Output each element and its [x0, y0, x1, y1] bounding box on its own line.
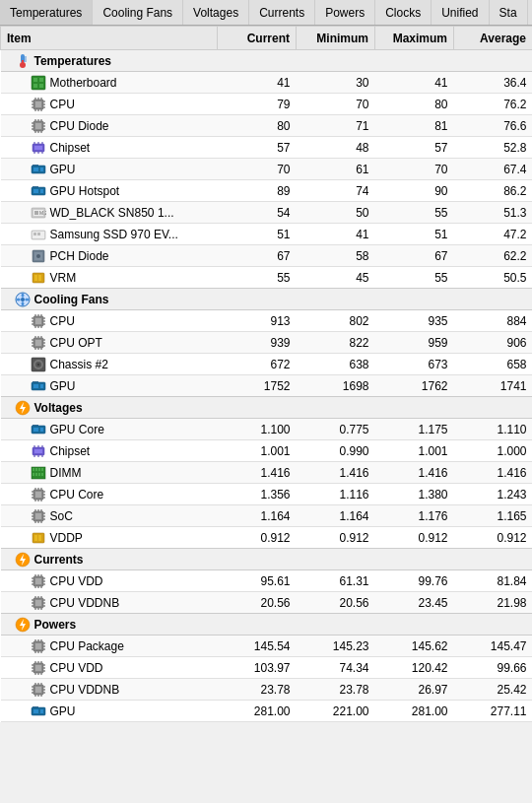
row-average-voltages-3: 1.243 — [454, 484, 533, 505]
tab-cooling-fans[interactable]: Cooling Fans — [93, 0, 183, 25]
row-current-temperatures-1: 79 — [218, 94, 297, 115]
svg-rect-8 — [39, 78, 43, 82]
row-average-temperatures-5: 86.2 — [454, 180, 533, 202]
row-label-voltages-0: GPU Core — [50, 423, 104, 436]
table-row: GPU Core1.1000.7751.1751.110 — [1, 419, 533, 440]
row-minimum-voltages-1: 0.990 — [297, 440, 375, 462]
section-header-voltages: Voltages — [1, 397, 533, 419]
row-average-voltages-1: 1.000 — [454, 440, 533, 462]
cpu-row-icon — [31, 487, 46, 502]
section-label-cooling-fans: Cooling Fans — [1, 289, 533, 310]
row-maximum-powers-2: 26.97 — [375, 679, 454, 701]
svg-rect-137 — [41, 473, 43, 476]
section-title-temperatures: Temperatures — [34, 54, 111, 68]
row-average-temperatures-7: 47.2 — [454, 224, 533, 245]
row-label-powers-1: CPU VDD — [50, 661, 103, 675]
row-average-temperatures-4: 67.4 — [454, 159, 533, 180]
row-item-powers-3: GPU — [1, 701, 218, 722]
col-header-item: Item — [1, 27, 218, 50]
row-average-temperatures-8: 62.2 — [454, 245, 533, 267]
row-maximum-cooling-fans-0: 935 — [375, 310, 454, 332]
row-maximum-temperatures-5: 90 — [375, 180, 454, 202]
cpu-row-icon — [31, 573, 46, 589]
row-item-temperatures-3: Chipset — [1, 137, 218, 159]
row-average-voltages-5: 0.912 — [454, 527, 533, 549]
row-minimum-currents-1: 20.56 — [297, 592, 375, 614]
section-header-powers: Powers — [1, 614, 533, 636]
row-maximum-currents-0: 99.76 — [375, 570, 454, 592]
row-current-temperatures-6: 54 — [218, 202, 297, 224]
tab-unified[interactable]: Unified — [432, 0, 489, 25]
row-current-temperatures-5: 89 — [218, 180, 297, 202]
row-current-cooling-fans-0: 913 — [218, 310, 297, 332]
row-maximum-voltages-1: 1.001 — [375, 440, 454, 462]
row-item-temperatures-9: VRM — [1, 267, 218, 289]
svg-rect-49 — [40, 167, 43, 171]
svg-rect-117 — [40, 428, 43, 432]
row-minimum-powers-2: 23.78 — [297, 679, 375, 701]
gpu-row-icon — [31, 422, 46, 437]
row-label-voltages-2: DIMM — [50, 466, 82, 480]
cpu-row-icon — [31, 660, 46, 676]
row-label-temperatures-2: CPU Diode — [50, 119, 109, 133]
row-label-voltages-5: VDDP — [50, 531, 83, 545]
svg-rect-26 — [35, 123, 41, 129]
svg-rect-72 — [38, 275, 41, 281]
cpu-row-icon — [31, 508, 46, 524]
tab-bar: Temperatures Cooling Fans Voltages Curre… — [0, 0, 532, 26]
row-minimum-temperatures-4: 61 — [297, 159, 375, 180]
row-current-powers-2: 23.78 — [218, 679, 297, 701]
row-maximum-powers-0: 145.62 — [375, 636, 454, 657]
svg-rect-136 — [38, 473, 40, 476]
tab-sta[interactable]: Sta — [490, 0, 528, 25]
row-maximum-cooling-fans-1: 959 — [375, 332, 454, 354]
row-average-temperatures-6: 51.3 — [454, 202, 533, 224]
data-table-container: Item Current Minimum Maximum Average Tem… — [0, 26, 532, 722]
row-minimum-currents-0: 61.31 — [297, 570, 375, 592]
row-label-voltages-4: SoC — [50, 509, 73, 523]
table-row: VDDP0.9120.9120.9120.912 — [1, 527, 533, 549]
row-item-temperatures-2: CPU Diode — [1, 115, 218, 137]
svg-rect-172 — [35, 578, 41, 584]
section-title-voltages: Voltages — [34, 401, 83, 415]
table-row: GPU281.00221.00281.00277.11 — [1, 701, 533, 722]
gpu-row-icon — [31, 703, 46, 719]
section-header-temperatures: Temperatures — [1, 50, 533, 72]
row-item-temperatures-7: Samsung SSD 970 EV... — [1, 224, 218, 245]
row-current-cooling-fans-3: 1752 — [218, 375, 297, 397]
row-item-temperatures-0: Motherboard — [1, 72, 218, 94]
row-minimum-temperatures-8: 58 — [297, 245, 375, 267]
tab-currents[interactable]: Currents — [249, 0, 315, 25]
row-current-currents-0: 95.61 — [218, 570, 297, 592]
svg-rect-90 — [35, 340, 41, 346]
row-maximum-temperatures-7: 51 — [375, 224, 454, 245]
table-row: SoC1.1641.1641.1761.165 — [1, 505, 533, 527]
row-maximum-cooling-fans-2: 673 — [375, 354, 454, 375]
row-minimum-voltages-5: 0.912 — [297, 527, 375, 549]
tab-powers[interactable]: Powers — [315, 0, 375, 25]
row-maximum-powers-1: 120.42 — [375, 657, 454, 679]
row-current-currents-1: 20.56 — [218, 592, 297, 614]
row-item-temperatures-6: M.2 WD_BLACK SN850 1... — [1, 202, 218, 224]
row-label-temperatures-1: CPU — [50, 98, 75, 111]
row-minimum-temperatures-1: 70 — [297, 94, 375, 115]
svg-rect-55 — [40, 189, 43, 193]
tab-clocks[interactable]: Clocks — [375, 0, 432, 25]
row-maximum-voltages-4: 1.176 — [375, 505, 454, 527]
tab-temperatures[interactable]: Temperatures — [0, 0, 93, 25]
row-minimum-powers-3: 221.00 — [297, 701, 375, 722]
pch-row-icon — [31, 248, 46, 264]
row-maximum-temperatures-3: 57 — [375, 137, 454, 159]
row-maximum-temperatures-4: 70 — [375, 159, 454, 180]
table-row: CPU VDD95.6161.3199.7681.84 — [1, 570, 533, 592]
table-row: CPU VDDNB20.5620.5623.4521.98 — [1, 592, 533, 614]
row-current-voltages-5: 0.912 — [218, 527, 297, 549]
tab-voltages[interactable]: Voltages — [183, 0, 249, 25]
chassis-row-icon — [31, 357, 46, 372]
col-header-minimum: Minimum — [297, 27, 375, 50]
table-row: CPU OPT939822959906 — [1, 332, 533, 354]
row-label-cooling-fans-1: CPU OPT — [50, 336, 102, 350]
row-minimum-cooling-fans-1: 822 — [297, 332, 375, 354]
svg-rect-133 — [41, 468, 43, 471]
table-row: CPU79708076.2 — [1, 94, 533, 115]
